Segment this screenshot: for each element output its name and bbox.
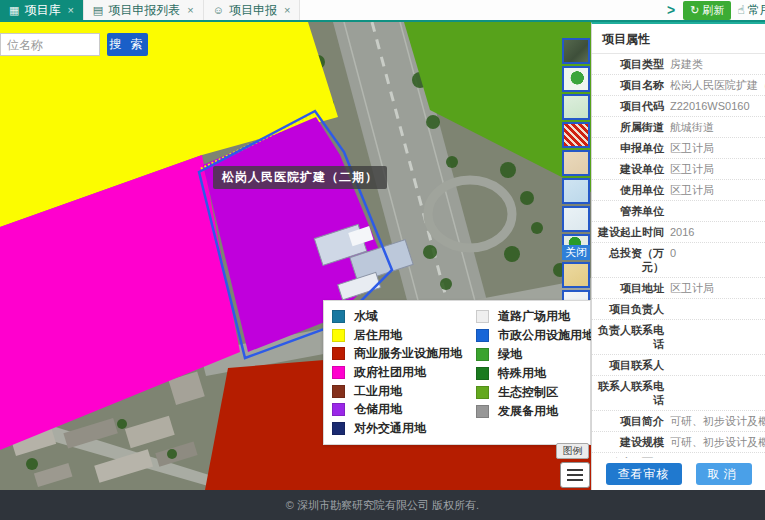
legend-label: 工业用地 [354,383,402,400]
hamburger-menu-button[interactable] [560,462,590,488]
expand-tabs-icon[interactable]: > [665,2,677,18]
property-row: 项目地址区卫计局 [592,278,765,299]
legend-swatch [332,310,345,323]
property-row: 建设单位区卫计局 [592,159,765,180]
refresh-icon: ↻ [690,4,699,17]
property-value: 0 [670,246,765,274]
property-value [670,323,765,351]
legend-item: 水域 [332,307,476,326]
landuse-thumb[interactable] [562,122,590,148]
property-row: 建设起止时间2016 [592,222,765,243]
view-review-button[interactable]: 查看审核 [606,463,682,485]
close-tab-icon[interactable]: × [187,4,193,16]
property-value [670,358,765,372]
property-row: 管养单位 [592,201,765,222]
property-value: 房建类 [670,57,765,71]
map-viewport[interactable]: 松岗人民医院扩建（二期） 搜 索 关闭 水域居住用地商业服务业设施用地政府社团用… [0,22,591,490]
legend-item: 道路广场用地 [476,307,582,326]
layer-thumbnail-strip: 关闭 [562,38,591,318]
refresh-button[interactable]: ↻ 刷新 [683,1,731,20]
quick-actions-button[interactable]: ☝ 常用操作 [737,2,765,19]
legend-label: 商业服务业设施用地 [354,345,462,362]
search-button[interactable]: 搜 索 [107,33,148,56]
property-value: 区卫计局 [670,141,765,155]
property-label: 使用单位 [592,183,670,197]
legend-item: 绿地 [476,345,582,364]
property-label: 联系人联系电话 [592,379,670,407]
legend-item: 居住用地 [332,326,476,345]
legend-label: 特殊用地 [498,365,546,382]
tab-项目申报[interactable]: ☺项目申报× [204,0,301,20]
water-thumb[interactable] [562,178,590,204]
road-thumb[interactable] [562,262,590,288]
property-label: 项目负责人 [592,302,670,316]
search-input[interactable] [0,33,100,56]
property-label: 项目代码 [592,99,670,113]
tab-label: 项目申报列表 [108,2,180,19]
legend-swatch [332,422,345,435]
property-value: 航城街道 [670,120,765,134]
refresh-label: 刷新 [702,3,724,18]
legend-swatch [476,348,489,361]
close-tab-icon[interactable]: × [67,4,73,16]
satellite-thumb[interactable] [562,38,590,64]
property-label: 项目联系人 [592,358,670,372]
property-row: 建设规模可研、初步设计及概算 [592,432,765,453]
quick-actions-label: 常用操作 [748,2,765,19]
legend-swatch [332,329,345,342]
tab-label: 项目库 [24,2,60,19]
tab-bar: ▦项目库×▤项目申报列表×☺项目申报× > ↻ 刷新 ☝ 常用操作 [0,0,765,22]
legend-swatch [476,405,489,418]
terrain-thumb[interactable] [562,94,590,120]
legend-swatch [476,329,489,342]
planning-thumb[interactable] [562,150,590,176]
grid-icon: ▦ [9,4,19,17]
property-row: 联系人联系电话 [592,376,765,411]
property-row: 所属街道航城街道 [592,117,765,138]
property-row: 项目负责人 [592,299,765,320]
property-label: 项目名称 [592,78,670,92]
legend-toggle-button[interactable]: 图例 [556,443,589,459]
close-tab-icon[interactable]: × [284,4,290,16]
tab-项目库[interactable]: ▦项目库× [0,0,84,20]
person-icon: ☺ [213,4,224,16]
property-row: 申报单位区卫计局 [592,138,765,159]
property-row: 项目名称松岗人民医院扩建（二期） [592,75,765,96]
property-row: 使用单位区卫计局 [592,180,765,201]
legend-item: 对外交通用地 [332,419,476,438]
property-label: 项目简介 [592,414,670,428]
property-label: 项目地址 [592,281,670,295]
property-value: 区卫计局 [670,183,765,197]
property-value: 可研、初步设计及概算 [670,435,765,449]
property-row: 负责人联系电话 [592,320,765,355]
panel-title: 项目属性 [592,24,765,54]
cancel-button[interactable]: 取消 [696,463,752,485]
tab-项目申报列表[interactable]: ▤项目申报列表× [84,0,204,20]
property-value: 区卫计局 [670,162,765,176]
base-thumb[interactable] [562,206,590,232]
legend-item: 商业服务业设施用地 [332,344,476,363]
green-thumb[interactable]: 关闭 [562,234,590,260]
legend-swatch [476,367,489,380]
legend-label: 发展备用地 [498,403,558,420]
close-strip-button[interactable]: 关闭 [562,245,590,260]
property-value [670,302,765,316]
footer-copyright: © 深圳市勘察研究院有限公司 版权所有. [0,490,765,520]
property-label: 所属街道 [592,120,670,134]
legend-item: 工业用地 [332,382,476,401]
legend-swatch [332,403,345,416]
property-value: 可研、初步设计及概算 [670,414,765,428]
property-label: 申报单位 [592,141,670,155]
property-row: 项目代码Z22016WS0160 [592,96,765,117]
legend-label: 居住用地 [354,327,402,344]
legend-panel: 水域居住用地商业服务业设施用地政府社团用地工业用地仓储用地对外交通用地道路广场用… [323,300,591,445]
property-label: 建设起止时间 [592,225,670,239]
legend-item: 生态控制区 [476,383,582,402]
district-thumb[interactable] [562,66,590,92]
property-label: 项目类型 [592,57,670,71]
property-value [670,379,765,407]
legend-label: 政府社团用地 [354,364,426,381]
property-row: 项目类型房建类 [592,54,765,75]
legend-item: 发展备用地 [476,402,582,421]
search-bar: 搜 索 [0,33,148,56]
